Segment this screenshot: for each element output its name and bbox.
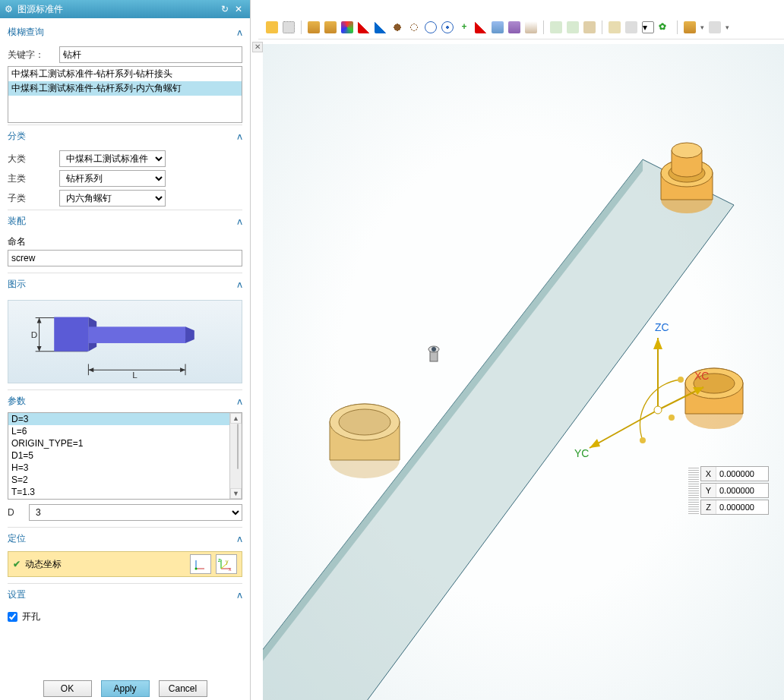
tool-icon-folder[interactable] (583, 21, 596, 33)
main-select[interactable]: 钻杆系列 (59, 170, 166, 187)
readout-z[interactable]: Z 0.000000 (700, 500, 769, 515)
tool-icon-box1[interactable] (308, 21, 320, 33)
hole-checkbox[interactable] (8, 612, 17, 622)
major-select[interactable]: 中煤科工测试标准件 (59, 150, 166, 167)
svg-text:z: z (218, 557, 221, 563)
tool-icon-page[interactable] (625, 21, 637, 33)
section-category-header[interactable]: 分类 ʌ (8, 125, 242, 147)
param-row[interactable]: H=3 (8, 462, 229, 474)
svg-point-18 (195, 568, 198, 570)
scrollbar[interactable]: ▲ ▼ (229, 413, 242, 499)
svg-line-23 (221, 563, 227, 569)
readout-x[interactable]: X 0.000000 (700, 466, 769, 481)
svg-point-52 (654, 406, 662, 414)
tool-icon-line-blue[interactable] (375, 21, 387, 33)
section-preview-header[interactable]: 图示 ʌ (8, 273, 242, 295)
main-label: 主类 (8, 172, 53, 185)
svg-text:YC: YC (574, 447, 589, 459)
major-label: 大类 (8, 153, 53, 166)
tab-close-icon[interactable]: ✕ (252, 42, 263, 52)
keyword-label: 关键字： (8, 49, 53, 61)
tool-icon-arc2[interactable] (408, 21, 420, 33)
section-fuzzy-header[interactable]: 模糊查询 ʌ (8, 21, 242, 43)
gear-icon: ⚙ (5, 4, 13, 14)
param-row[interactable]: D1=5 (8, 449, 229, 462)
tool-icon-doc[interactable] (709, 21, 721, 33)
tool-icon-grid[interactable] (525, 21, 537, 33)
assembly-name-input[interactable] (8, 250, 242, 266)
tool-icon-geom1[interactable] (492, 21, 504, 33)
section-settings-header[interactable]: 设置 ʌ (8, 584, 242, 606)
coord-button-2[interactable]: z x y (216, 554, 237, 574)
tool-icon-screen2[interactable] (567, 21, 579, 33)
tool-icon-box2[interactable] (324, 21, 337, 33)
param-value-select[interactable]: 3 (29, 504, 242, 521)
sub-select[interactable]: 内六角螺钉 (59, 190, 166, 207)
svg-point-36 (339, 409, 390, 435)
cancel-button[interactable]: Cancel (159, 680, 207, 697)
section-params-title: 参数 (8, 395, 26, 408)
panel-refresh-icon[interactable]: ↻ (218, 4, 232, 14)
tool-icon-circle-dot[interactable] (441, 21, 454, 33)
panel-close-icon[interactable]: ✕ (232, 4, 245, 14)
apply-button[interactable]: Apply (101, 680, 150, 697)
assembly-name-label: 命名 (8, 235, 242, 248)
section-params-header[interactable]: 参数 ʌ (8, 390, 242, 412)
param-row[interactable]: S=2 (8, 474, 229, 486)
tool-icon-circle[interactable] (425, 21, 437, 33)
tool-icon-cube[interactable] (266, 21, 278, 33)
tool-icon-slash[interactable] (475, 21, 487, 33)
section-category-title: 分类 (8, 130, 26, 143)
ok-button[interactable]: OK (43, 680, 92, 697)
chevron-up-icon: ʌ (237, 216, 242, 227)
svg-point-49 (640, 437, 646, 443)
tool-icon-screen1[interactable] (550, 21, 562, 33)
svg-rect-8 (88, 326, 185, 343)
tool-icon-dropdown1[interactable]: ▾ (642, 21, 654, 33)
sub-label: 子类 (8, 192, 53, 205)
svg-text:L: L (132, 370, 138, 380)
section-locate-title: 定位 (8, 532, 26, 545)
tool-icon-line-red[interactable] (358, 21, 370, 33)
tool-icon-arc1[interactable] (391, 21, 403, 33)
chevron-up-icon: ʌ (237, 590, 242, 601)
svg-marker-13 (88, 367, 93, 372)
param-row[interactable]: L=6 (8, 425, 229, 437)
param-row[interactable]: D=3 (8, 413, 229, 425)
svg-point-50 (678, 377, 684, 383)
tool-icon-box3[interactable] (684, 21, 696, 33)
scroll-up-arrow[interactable]: ▲ (230, 413, 242, 424)
scroll-down-arrow[interactable]: ▼ (230, 488, 242, 499)
3d-viewport[interactable]: ZC XC YC X 0.000000 Y 0.000000 (263, 44, 784, 700)
fuzzy-results-list[interactable]: 中煤科工测试标准件-钻杆系列-钻杆接头中煤科工测试标准件-钻杆系列-内六角螺钉 (8, 66, 242, 123)
scroll-thumb[interactable] (237, 424, 239, 469)
section-fuzzy-title: 模糊查询 (8, 26, 44, 39)
svg-text:ZC: ZC (655, 321, 669, 333)
tool-icon-geom2[interactable] (508, 21, 520, 33)
fuzzy-result-row[interactable]: 中煤科工测试标准件-钻杆系列-内六角螺钉 (8, 81, 242, 96)
check-icon: ✔ (13, 559, 21, 569)
tool-icon-brush[interactable] (609, 21, 621, 33)
tool-icon-colorwheel[interactable] (341, 21, 353, 33)
dynamic-coord-bar[interactable]: ✔ 动态坐标 z x y (8, 551, 242, 577)
section-preview-title: 图示 (8, 278, 26, 291)
top-toolbar: + ▾ ✿ ▾ ▾ (258, 15, 784, 39)
readout-grip-icon[interactable] (688, 467, 699, 514)
svg-point-39 (432, 347, 436, 352)
panel-title-text: 图源标准件 (17, 3, 63, 16)
param-row[interactable]: T=1.3 (8, 486, 229, 498)
tool-icon-select[interactable] (283, 21, 295, 33)
param-row[interactable]: ORIGIN_TYPE=1 (8, 437, 229, 449)
params-list[interactable]: D=3L=6ORIGIN_TYPE=1D1=5H=3S=2T=1.3 ▲ ▼ (8, 412, 242, 500)
chevron-up-icon: ʌ (237, 131, 242, 142)
coord-label: 动态坐标 (25, 558, 62, 571)
readout-y[interactable]: Y 0.000000 (700, 483, 769, 498)
keyword-input[interactable] (59, 46, 242, 63)
svg-text:y: y (226, 559, 229, 565)
section-assembly-header[interactable]: 装配 ʌ (8, 210, 242, 232)
svg-marker-9 (185, 326, 194, 343)
section-locate-header[interactable]: 定位 ʌ (8, 528, 242, 550)
chevron-up-icon: ʌ (237, 534, 242, 544)
fuzzy-result-row[interactable]: 中煤科工测试标准件-钻杆系列-钻杆接头 (8, 67, 242, 81)
coord-button-1[interactable] (190, 554, 211, 574)
